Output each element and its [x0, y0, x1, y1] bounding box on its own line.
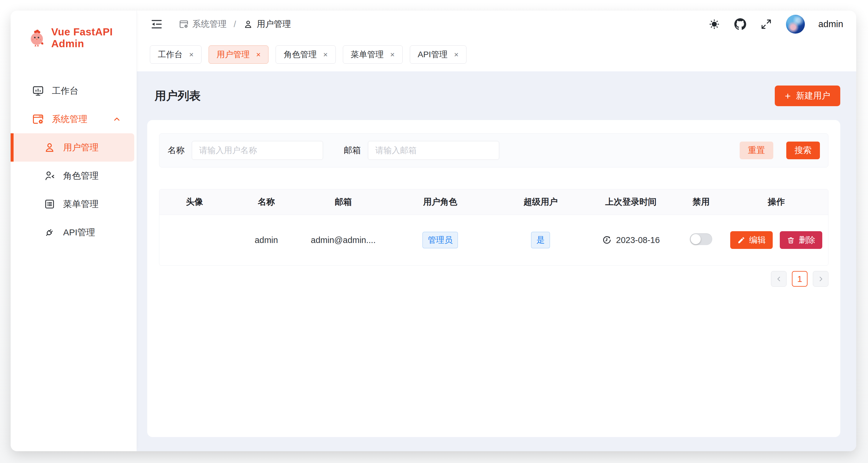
- col-last-login: 上次登录时间: [584, 189, 678, 215]
- topbar: 系统管理 / 用户管理: [137, 11, 856, 38]
- create-user-label: 新建用户: [796, 90, 830, 102]
- name-filter-label: 名称: [167, 144, 185, 156]
- pagination-next-button[interactable]: [813, 271, 829, 287]
- user-role-icon: [44, 170, 56, 181]
- delete-button[interactable]: 删除: [780, 231, 822, 249]
- role-cell: 管理员: [383, 215, 497, 265]
- sidebar-item-label: 用户管理: [63, 141, 98, 154]
- last-login-value: 2023-08-16: [616, 235, 660, 245]
- col-actions: 操作: [724, 189, 828, 215]
- email-filter-group: 邮箱: [344, 141, 499, 160]
- trash-icon: [787, 236, 795, 244]
- reset-button[interactable]: 重置: [740, 141, 773, 159]
- tab-label: 菜单管理: [351, 49, 384, 60]
- toggle-knob: [691, 234, 701, 244]
- sidebar-item-menus[interactable]: 菜单管理: [11, 190, 134, 218]
- pagination-page-1[interactable]: 1: [792, 271, 808, 287]
- fullscreen-icon[interactable]: [760, 18, 772, 30]
- email-filter-input[interactable]: [368, 141, 499, 160]
- users-table: 头像 名称 邮箱 用户角色 超级用户 上次登录时间 禁用 操作: [159, 189, 829, 266]
- sidebar-item-workbench[interactable]: 工作台: [11, 77, 134, 105]
- username-label[interactable]: admin: [818, 19, 843, 30]
- sidebar-item-users[interactable]: 用户管理: [11, 133, 134, 162]
- theme-toggle-icon[interactable]: [708, 18, 720, 30]
- close-icon[interactable]: ×: [323, 51, 328, 58]
- app-window: Vue FastAPI Admin 工作台 系统管理: [11, 11, 856, 451]
- sidebar-item-apis[interactable]: API管理: [11, 218, 134, 246]
- search-button[interactable]: 搜索: [786, 141, 820, 159]
- breadcrumb-system[interactable]: 系统管理: [179, 18, 226, 30]
- actions-cell: 编辑 删除: [724, 215, 828, 265]
- topbar-actions: admin: [708, 15, 843, 34]
- email-filter-label: 邮箱: [344, 144, 361, 156]
- name-cell: admin: [229, 215, 303, 265]
- breadcrumb-users[interactable]: 用户管理: [243, 18, 291, 30]
- disabled-cell: [678, 215, 724, 265]
- page-content: 用户列表 + 新建用户 名称 邮箱: [137, 71, 856, 451]
- breadcrumb: 系统管理 / 用户管理: [179, 18, 291, 30]
- col-avatar: 头像: [159, 189, 229, 215]
- pagination-prev-button[interactable]: [771, 271, 786, 287]
- col-email: 邮箱: [303, 189, 383, 215]
- menu-list-icon: [44, 198, 56, 210]
- system-gear-icon: [32, 113, 44, 125]
- close-icon[interactable]: ×: [189, 51, 193, 58]
- create-user-button[interactable]: + 新建用户: [775, 86, 840, 106]
- tab-menus[interactable]: 菜单管理 ×: [343, 45, 403, 64]
- system-gear-icon: [179, 19, 189, 29]
- user-list-card: 名称 邮箱 重置 搜索: [147, 120, 840, 437]
- sidebar-item-system[interactable]: 系统管理: [11, 105, 134, 133]
- sidebar-item-label: 工作台: [52, 85, 79, 97]
- close-icon[interactable]: ×: [454, 51, 459, 58]
- chevron-right-icon: [817, 275, 825, 283]
- close-icon[interactable]: ×: [390, 51, 395, 58]
- col-disabled: 禁用: [678, 189, 724, 215]
- plus-icon: +: [785, 91, 791, 101]
- name-filter-group: 名称: [167, 141, 323, 160]
- tab-roles[interactable]: 角色管理 ×: [276, 45, 336, 64]
- github-icon[interactable]: [734, 18, 746, 30]
- role-tag: 管理员: [423, 232, 458, 248]
- page-head: 用户列表 + 新建用户: [147, 71, 840, 120]
- name-filter-input[interactable]: [192, 141, 323, 160]
- col-superuser: 超级用户: [497, 189, 584, 215]
- breadcrumb-label: 用户管理: [257, 18, 291, 30]
- sidebar-item-roles[interactable]: 角色管理: [11, 162, 134, 190]
- tab-label: 工作台: [158, 49, 183, 60]
- app-logo: Vue FastAPI Admin: [11, 11, 136, 49]
- close-icon[interactable]: ×: [256, 51, 260, 58]
- avatar-cell: [159, 215, 229, 265]
- col-role: 用户角色: [383, 189, 497, 215]
- breadcrumb-separator: /: [232, 20, 238, 29]
- page-title: 用户列表: [155, 88, 200, 104]
- tab-label: 用户管理: [217, 49, 250, 60]
- superuser-tag: 是: [531, 232, 550, 248]
- sidebar-item-label: 菜单管理: [63, 198, 98, 210]
- sidebar-item-label: 系统管理: [52, 113, 87, 125]
- clock-history-icon: [602, 235, 612, 245]
- user-avatar[interactable]: [786, 15, 805, 34]
- col-name: 名称: [229, 189, 303, 215]
- collapse-sidebar-icon[interactable]: [150, 18, 163, 31]
- filter-bar: 名称 邮箱 重置 搜索: [159, 133, 829, 167]
- edit-button[interactable]: 编辑: [730, 231, 773, 249]
- disabled-toggle[interactable]: [690, 233, 712, 245]
- monitor-icon: [32, 85, 44, 97]
- email-cell: admin@admin....: [303, 215, 383, 265]
- pencil-icon: [737, 236, 745, 244]
- chevron-up-icon: [111, 115, 123, 124]
- user-icon: [243, 19, 253, 29]
- sidebar-item-label: API管理: [63, 227, 95, 239]
- breadcrumb-label: 系统管理: [192, 18, 226, 30]
- app-title: Vue FastAPI Admin: [51, 26, 136, 49]
- tab-apis[interactable]: API管理 ×: [410, 45, 466, 64]
- sidebar: Vue FastAPI Admin 工作台 系统管理: [11, 11, 137, 451]
- last-login-cell: 2023-08-16: [584, 215, 678, 265]
- tab-workbench[interactable]: 工作台 ×: [150, 45, 202, 64]
- main-area: 系统管理 / 用户管理: [137, 11, 856, 451]
- filter-actions: 重置 搜索: [740, 141, 820, 159]
- sidebar-item-label: 角色管理: [63, 170, 98, 182]
- tab-users[interactable]: 用户管理 ×: [209, 45, 269, 64]
- chick-logo-icon: [28, 28, 45, 48]
- user-icon: [44, 141, 56, 153]
